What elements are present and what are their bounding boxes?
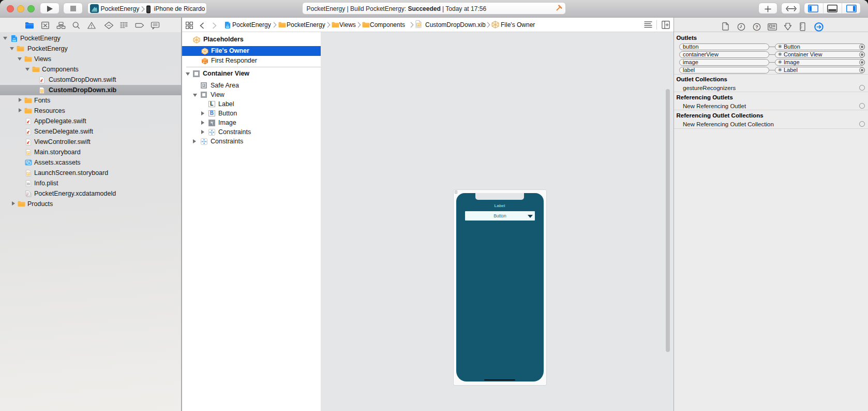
svg-text:?: ?: [755, 24, 758, 30]
